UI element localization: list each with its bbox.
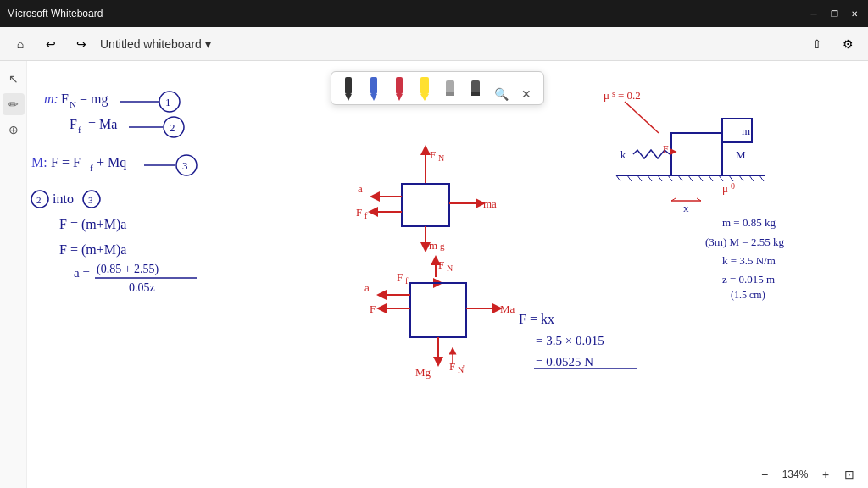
svg-text:= 0.0525 N: = 0.0525 N bbox=[536, 355, 593, 369]
svg-line-94 bbox=[678, 175, 682, 181]
fit-to-screen-button[interactable]: ⊡ bbox=[841, 466, 858, 483]
svg-text:': ' bbox=[463, 363, 465, 373]
svg-text:3: 3 bbox=[182, 159, 188, 172]
svg-text:a: a bbox=[364, 281, 370, 294]
zoom-level: 134% bbox=[780, 469, 810, 480]
svg-text:2: 2 bbox=[36, 195, 42, 205]
svg-text:F: F bbox=[397, 271, 403, 284]
svg-text:+ Mq: + Mq bbox=[97, 155, 126, 170]
toolbar-right: ⇧ ⚙ bbox=[805, 32, 860, 56]
svg-text:F: F bbox=[61, 92, 69, 106]
close-button[interactable]: ✕ bbox=[848, 7, 861, 20]
svg-text:m: m bbox=[742, 125, 750, 137]
svg-text:= 3.5 × 0.015: = 3.5 × 0.015 bbox=[536, 334, 604, 347]
svg-line-93 bbox=[668, 175, 672, 181]
svg-line-100 bbox=[739, 175, 743, 181]
svg-text:f: f bbox=[405, 276, 409, 286]
svg-text:a: a bbox=[358, 182, 363, 195]
svg-text:= mg: = mg bbox=[80, 92, 108, 107]
svg-line-97 bbox=[709, 175, 713, 181]
svg-text:μ: μ bbox=[604, 89, 609, 102]
whiteboard-canvas[interactable]: ↖ ✏ ⊕ 🔍 ✕ bbox=[0, 61, 868, 488]
svg-text:F: F bbox=[438, 258, 444, 271]
restore-button[interactable]: ❐ bbox=[827, 7, 841, 20]
main-toolbar: ⌂ ↩ ↪ Untitled whiteboard ▾ ⇧ ⚙ bbox=[0, 27, 868, 61]
svg-text:F: F bbox=[70, 117, 77, 131]
svg-text:F: F bbox=[663, 143, 669, 155]
svg-text:ma: ma bbox=[483, 197, 497, 210]
svg-text:F: F bbox=[430, 148, 436, 161]
svg-text:m: m bbox=[429, 239, 437, 252]
whiteboard-content: m: F N = mg 1 F f = Ma 2 M: F = F f + Mq bbox=[0, 61, 868, 488]
svg-text:F: F bbox=[370, 302, 376, 315]
whiteboard-drawing: m: F N = mg 1 F f = Ma 2 M: F = F f + Mq bbox=[27, 61, 868, 488]
svg-text:k: k bbox=[620, 149, 626, 161]
svg-text:Ma: Ma bbox=[500, 302, 515, 315]
svg-text:F = kx: F = kx bbox=[519, 312, 554, 326]
svg-text:g: g bbox=[440, 241, 445, 251]
svg-text:f: f bbox=[78, 125, 81, 135]
zoom-in-button[interactable]: + bbox=[817, 466, 834, 483]
svg-text:(1.5 cm): (1.5 cm) bbox=[731, 289, 765, 301]
svg-text:F = (m+M)a: F = (m+M)a bbox=[59, 242, 126, 258]
dropdown-arrow: ▾ bbox=[205, 37, 211, 51]
svg-rect-82 bbox=[671, 133, 722, 175]
svg-text:F = F: F = F bbox=[51, 155, 81, 169]
svg-line-90 bbox=[637, 175, 642, 181]
svg-text:0: 0 bbox=[731, 181, 735, 191]
svg-text:N: N bbox=[438, 153, 444, 163]
svg-text:(3m) M = 2.55 kg: (3m) M = 2.55 kg bbox=[705, 236, 784, 248]
settings-button[interactable]: ⚙ bbox=[836, 32, 860, 56]
svg-line-91 bbox=[648, 175, 652, 181]
svg-text:μ: μ bbox=[722, 182, 728, 195]
svg-text:f: f bbox=[364, 211, 368, 220]
svg-line-88 bbox=[616, 175, 620, 181]
minimize-button[interactable]: ─ bbox=[807, 7, 821, 20]
svg-text:Mg: Mg bbox=[415, 366, 431, 379]
svg-text:s: s bbox=[612, 89, 615, 98]
title-bar: Microsoft Whiteboard ─ ❐ ✕ bbox=[0, 0, 868, 27]
svg-text:x: x bbox=[683, 202, 689, 214]
svg-text:m = 0.85 kg: m = 0.85 kg bbox=[722, 216, 776, 229]
svg-line-79 bbox=[625, 102, 659, 133]
home-button[interactable]: ⌂ bbox=[8, 32, 32, 56]
svg-line-92 bbox=[658, 175, 662, 181]
svg-line-98 bbox=[719, 175, 723, 181]
svg-text:F = (m+M)a: F = (m+M)a bbox=[59, 217, 126, 232]
svg-text:2: 2 bbox=[170, 121, 175, 134]
zoom-out-button[interactable]: − bbox=[756, 466, 773, 483]
svg-text:into: into bbox=[53, 191, 74, 206]
redo-button[interactable]: ↪ bbox=[70, 32, 93, 56]
svg-text:3: 3 bbox=[88, 195, 93, 205]
svg-text:a =: a = bbox=[74, 266, 90, 280]
svg-text:0.05z: 0.05z bbox=[129, 281, 155, 294]
svg-line-102 bbox=[760, 175, 764, 181]
svg-text:k = 3.5 N/m: k = 3.5 N/m bbox=[722, 254, 776, 267]
undo-button[interactable]: ↩ bbox=[39, 32, 63, 56]
svg-rect-63 bbox=[410, 283, 466, 337]
svg-text:F: F bbox=[356, 206, 362, 219]
svg-rect-46 bbox=[402, 184, 449, 226]
app-name: Microsoft Whiteboard bbox=[7, 8, 103, 19]
svg-text:(0.85 + 2.55): (0.85 + 2.55) bbox=[97, 263, 159, 276]
svg-text:m:: m: bbox=[44, 92, 58, 106]
svg-text:z = 0.015 m: z = 0.015 m bbox=[722, 273, 775, 286]
svg-line-89 bbox=[627, 175, 632, 181]
whiteboard-name-text: Untitled whiteboard bbox=[100, 37, 202, 51]
window-controls: ─ ❐ ✕ bbox=[807, 7, 861, 20]
svg-line-95 bbox=[688, 175, 693, 181]
zoom-controls: − 134% + ⊡ bbox=[746, 461, 868, 488]
svg-text:M:: M: bbox=[31, 155, 47, 169]
svg-text:= Ma: = Ma bbox=[88, 117, 117, 131]
svg-text:= 0.2: = 0.2 bbox=[618, 89, 641, 102]
svg-text:N: N bbox=[70, 99, 76, 109]
svg-text:f: f bbox=[90, 163, 93, 173]
svg-line-101 bbox=[749, 175, 754, 181]
svg-text:N: N bbox=[447, 263, 453, 273]
svg-line-99 bbox=[729, 175, 733, 181]
svg-line-96 bbox=[698, 175, 703, 181]
share-button[interactable]: ⇧ bbox=[805, 32, 829, 56]
svg-text:M: M bbox=[736, 148, 746, 161]
whiteboard-title[interactable]: Untitled whiteboard ▾ bbox=[100, 37, 211, 51]
svg-text:1: 1 bbox=[165, 96, 171, 108]
